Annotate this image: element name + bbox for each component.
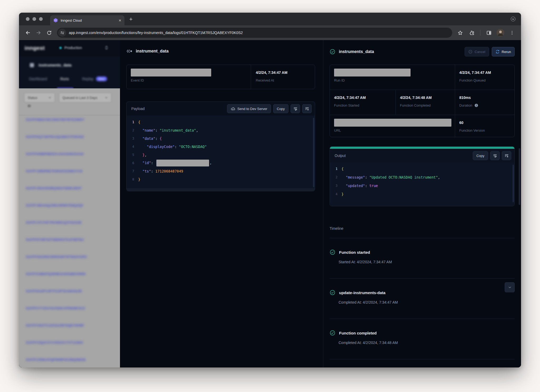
traffic-lights[interactable] [26,17,43,21]
bookmark-star-icon[interactable] [455,27,465,38]
function-started-cell: 4/2/24, 7:34:47 AM Function Started [330,90,396,115]
function-icon [30,63,34,67]
event-id-redacted [131,69,211,77]
tab-dashboard[interactable]: Dashboard [29,77,47,81]
step-success-icon [330,290,335,295]
payload-header-label: Payload [131,107,145,111]
step-success-icon [330,330,335,336]
new-tab-button[interactable]: + [129,16,133,23]
run-id-link[interactable]: 01HTFJ6DA6Q238SJWNH7E8Q2Q0 [26,203,120,221]
run-id-link[interactable]: 01HTFCYYZGYGVGDKJVP82NKXCZ [26,306,120,323]
browser-tab[interactable]: Inngest Cloud × [50,15,124,25]
time-range-filter[interactable]: Queued in Last 3 Days [59,93,111,102]
run-id-link[interactable]: 01HTFKMBPMD0ZAJ4AG04K03A02 [26,152,120,169]
run-details-card: Run ID 4/2/24, 7:34:47 AM Function Queue… [330,65,515,137]
id-column-header: ID [28,104,31,108]
step-success-icon [330,249,335,255]
toolbar-divider [480,30,480,36]
code-line: 5 }, [127,151,315,159]
back-icon[interactable] [23,27,33,38]
timeline-item: Function completedCompleted At: 4/2/2024… [330,319,515,359]
run-id-link[interactable]: 01HTFHXGR0CWNHSWY8T5NAVGRC [26,255,120,272]
timeline-step-title: Function completed [339,331,377,335]
tab-close-icon[interactable]: × [119,18,121,23]
environment-name: Production [64,46,82,50]
tab-replay[interactable]: ReplayNew [82,77,107,81]
url-bar[interactable]: app.inngest.com/env/production/functions… [57,28,452,38]
output-vertical-scrollbar[interactable] [513,165,514,202]
url-redacted [334,119,451,127]
output-header-label: Output [335,154,346,158]
event-icon [126,49,133,53]
event-details-card: Event ID 4/2/24, 7:34:47 AM Received At [126,65,315,89]
function-name: instruments_data [38,63,71,67]
output-word-wrap-icon[interactable] [490,151,500,160]
run-id-label: Run ID [334,78,451,82]
run-id-link[interactable]: 01HTFCWZ7CZ2X3AZM75QEYNH8F [26,323,120,341]
output-copy-button[interactable]: Copy [473,151,488,160]
tab-search-icon[interactable] [510,16,516,22]
payload-code: 1{2 "name": "instrument_data",3 "data": … [127,116,315,191]
zoom-window-button[interactable] [39,17,43,21]
browser-menu-icon[interactable] [507,27,517,38]
run-id-link[interactable]: 01HTFN86XV8CXWS7657W7E3WDY [26,118,120,135]
timeline-step-title: Function started [339,250,370,255]
side-panel-icon[interactable] [484,27,494,38]
expand-lines-icon[interactable] [302,104,312,113]
run-id-link[interactable]: 01HTFJ7C7HF7RVN051Q3YD2S3E [26,221,120,238]
browser-toolbar: app.inngest.com/env/production/functions… [19,25,521,40]
event-title: instrument_data [136,49,168,54]
tab-runs[interactable]: Runs [60,77,69,81]
extensions-icon[interactable] [466,27,477,38]
browser-window: Inngest Cloud × + app.inngest.com/env/pr… [19,13,521,367]
cancel-button[interactable]: Cancel [465,47,489,56]
timeline-item: update-instruments-dataCompleted At: 4/2… [330,279,515,319]
run-id-link[interactable]: 01HTFG3BKPQSR9E4A93GBRARRN [26,272,120,289]
run-id-link[interactable]: 01HTFC5QG7ZYVXNZVC7VT1Z4K6 [26,341,120,358]
received-at-value: 4/2/24, 7:34:47 AM [256,69,310,77]
run-id-link[interactable]: 01HTFJ94AVE0BQ48AF4DM13E9T [26,186,120,203]
run-id-redacted [334,69,411,77]
environment-status-dot [59,47,62,49]
timeline-step-detail: Started At: 4/2/2024, 7:34:47 AM [339,260,515,264]
code-line: 1{ [330,165,514,173]
environment-selector[interactable]: Production [59,46,82,50]
profile-avatar[interactable] [497,29,504,36]
environment-chevrons-icon[interactable] [105,45,108,50]
event-panel: instrument_data Event ID 4/2/24, 7:34:47… [120,40,323,367]
runs-list-panel: Status Queued in Last 3 Days ID 01HTFN86… [19,88,120,367]
expand-step-button[interactable] [505,282,515,292]
app-content: inngest Production instruments_data Dash… [19,40,521,367]
forward-icon[interactable] [33,27,44,38]
code-line: 3 "updated": true [330,181,514,190]
status-filter[interactable]: Status [24,93,55,102]
run-panel-scrollbar[interactable] [519,148,520,205]
code-line: 4} [330,190,514,198]
duration-info-icon[interactable] [474,103,478,107]
function-header: instruments_data Dashboard Runs ReplayNe… [19,56,120,88]
payload-horizontal-scrollbar[interactable] [127,188,315,191]
run-id-link[interactable]: 01HTFKQT1M7RSJQABEXYF0K0S2 [26,135,120,152]
payload-vertical-scrollbar[interactable] [313,118,314,187]
reload-icon[interactable] [44,27,54,38]
payload-card: Payload Send to Dev Server Copy [126,102,315,191]
word-wrap-icon[interactable] [291,104,300,113]
payload-copy-button[interactable]: Copy [273,104,288,113]
event-id-cell: Event ID [127,65,251,89]
code-line: 6 "id": , [127,159,315,167]
run-id-link[interactable]: 01HTFJ3B5PBZ7EWGK5Z086JYC8 [26,169,120,186]
output-expand-lines-icon[interactable] [502,151,511,160]
sidebar-top-bar: inngest Production [19,40,120,56]
minimize-window-button[interactable] [32,17,36,21]
run-id-link[interactable]: 01HTFEG3FVJP7FZJP7EA5KN3JR [26,289,120,306]
run-id-link[interactable]: 01HTFHYWF32TSB9HGTG1F5BTBJ [26,238,120,255]
sidebar: inngest Production instruments_data Dash… [19,40,120,367]
run-id-cell: Run ID [330,65,455,90]
run-id-link[interactable]: 01HTFCR9KAPQP0R8PZK3MQNMX8 [26,358,120,367]
site-settings-icon[interactable] [58,29,66,37]
close-window-button[interactable] [26,17,30,21]
code-line: 7 "ts": 1712068487049 [127,167,315,175]
rerun-button[interactable]: Rerun [492,47,515,56]
send-to-dev-server-button[interactable]: Send to Dev Server [227,104,271,113]
run-panel: instruments_data Cancel Rerun Run ID [323,40,521,367]
